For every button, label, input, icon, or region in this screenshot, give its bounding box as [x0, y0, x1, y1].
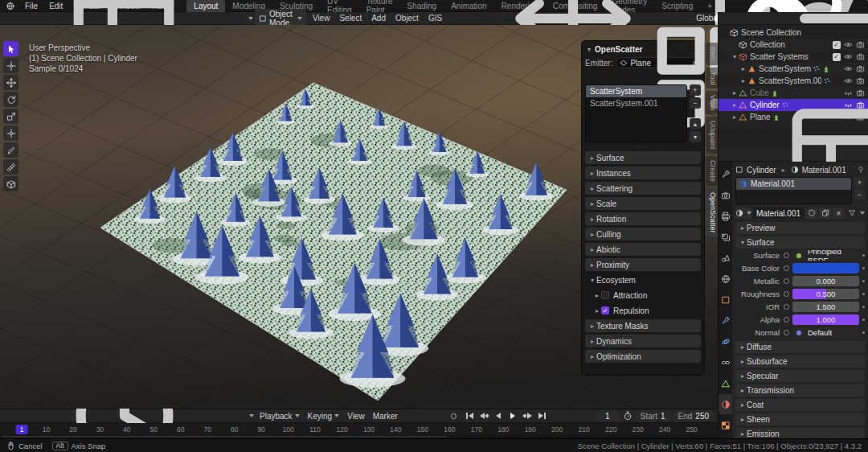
viewport-menu-gis[interactable]: GIS	[424, 14, 447, 23]
section-emission[interactable]: ▸Emission	[735, 428, 865, 438]
workspace-tab-shading[interactable]: Shading	[399, 0, 444, 12]
sidebar-tab-tool[interactable]: Tool	[706, 68, 718, 89]
unlink-material-button[interactable]: ×	[833, 208, 845, 219]
tool-measure[interactable]	[3, 159, 18, 175]
timeline-menu-marker[interactable]: Marker	[369, 412, 402, 421]
panel-resize-dots[interactable]: ···	[585, 142, 701, 150]
properties-tab-constraint[interactable]	[719, 352, 732, 372]
tool-move[interactable]	[3, 75, 18, 90]
tool-annotate[interactable]	[3, 142, 18, 158]
sidebar-tab-create[interactable]: Create	[706, 156, 718, 186]
remove-slot-button[interactable]: −	[854, 189, 865, 199]
base-color-color-swatch[interactable]	[792, 263, 859, 273]
decorator-dot[interactable]	[784, 304, 789, 310]
openscatter-section-instances[interactable]: ▸Instances	[585, 166, 701, 179]
include-checkbox[interactable]: ✓	[833, 41, 841, 49]
tool-rotate[interactable]	[3, 92, 18, 107]
section-specular[interactable]: ▸Specular	[735, 370, 865, 382]
alpha-slider[interactable]: 1.000	[792, 314, 859, 325]
outliner-row-scene-collection[interactable]: Scene Collection	[719, 27, 868, 39]
hide-toggle[interactable]	[843, 40, 854, 49]
move-system-down-button[interactable]: ▼	[690, 131, 701, 142]
next-keyframe-button[interactable]	[522, 411, 534, 421]
viewport-menu-view[interactable]: View	[308, 14, 335, 23]
openscatter-section-scale[interactable]: ▸Scale	[585, 197, 701, 210]
timeline-scrollbar[interactable]	[0, 435, 718, 438]
openscatter-section-attraction[interactable]: ▸Attraction	[585, 289, 701, 302]
play-reverse-button[interactable]	[493, 411, 505, 421]
openscatter-section-optimization[interactable]: ▸Optimization	[585, 350, 701, 363]
jump-end-button[interactable]	[536, 411, 548, 421]
breadcrumb-material[interactable]: Material.001	[802, 166, 846, 175]
viewport-canvas[interactable]: User Perspective (1) Scene Collection | …	[0, 25, 718, 409]
remove-system-button[interactable]: −	[690, 97, 701, 109]
fake-user-button[interactable]	[805, 208, 817, 219]
sidebar-tab-ucupaint[interactable]: Ucupaint	[706, 117, 718, 154]
properties-tab-object[interactable]	[719, 290, 732, 310]
decorator-dot[interactable]	[784, 291, 789, 297]
end-frame-field[interactable]: End 250	[674, 411, 714, 421]
outliner-row-scatter-systems[interactable]: ▾Scatter Systems✓	[719, 51, 868, 63]
sidebar-tab-openscatter[interactable]: OpenScatter	[706, 188, 718, 237]
hide-toggle[interactable]	[843, 52, 854, 61]
workspace-tab-uv-editing[interactable]: UV Editing	[320, 0, 359, 12]
surface-section[interactable]: ▾ Surface	[735, 236, 865, 249]
viewport-menu-add[interactable]: Add	[366, 14, 391, 23]
openscatter-section-culling[interactable]: ▸Culling	[585, 228, 701, 240]
scatter-system-scattersystem-001[interactable]: ScatterSystem.001	[586, 97, 686, 109]
section-diffuse[interactable]: ▸Diffuse	[735, 341, 865, 353]
material-slot-row[interactable]: Material.001	[736, 178, 851, 190]
section-subsurface[interactable]: ▸Subsurface	[735, 355, 865, 368]
sidebar-tab-view[interactable]: View	[706, 91, 718, 114]
tool-tweak-select[interactable]	[3, 41, 18, 56]
current-frame-field[interactable]: 1	[596, 411, 620, 421]
play-button[interactable]	[507, 411, 519, 421]
properties-tab-modifier[interactable]	[719, 310, 732, 331]
openscatter-section-ecosystem[interactable]: ▾Ecosystem	[585, 273, 701, 286]
render-visibility-toggle[interactable]	[855, 64, 866, 73]
openscatter-section-abiotic[interactable]: ▸Abiotic	[585, 243, 701, 256]
chevron-closed-icon[interactable]: ▸	[739, 65, 747, 72]
animate-dot[interactable]	[862, 254, 865, 257]
start-frame-field[interactable]: Start 1	[636, 411, 670, 421]
openscatter-section-rotation[interactable]: ▸Rotation	[585, 212, 701, 225]
properties-tab-texture[interactable]	[719, 415, 732, 435]
scatter-system-scattersystem[interactable]: ScatterSystem	[586, 85, 686, 97]
properties-tab-output[interactable]	[719, 206, 732, 226]
timeline-menu-playback[interactable]: Playback	[256, 412, 304, 421]
move-system-up-button[interactable]: ▲	[690, 118, 701, 129]
timeline-menu-view[interactable]: View	[343, 412, 369, 421]
timeline-ruler[interactable]: 1 10203040506070809010011012013014015016…	[0, 423, 718, 438]
hide-toggle[interactable]	[843, 64, 854, 73]
animate-dot[interactable]	[862, 267, 865, 269]
jump-start-button[interactable]	[464, 411, 476, 421]
section-sheen[interactable]: ▸Sheen	[735, 413, 865, 425]
prev-keyframe-button[interactable]	[478, 411, 490, 421]
render-visibility-toggle[interactable]	[855, 52, 866, 61]
properties-tab-world[interactable]	[719, 269, 732, 289]
attraction-checkbox[interactable]	[601, 291, 609, 299]
properties-tab-scene[interactable]	[719, 248, 732, 268]
animate-dot[interactable]	[862, 331, 865, 334]
stopwatch-icon[interactable]	[623, 411, 633, 421]
openscatter-section-scattering[interactable]: ▸Scattering	[585, 182, 701, 195]
openscatter-section-dynamics[interactable]: ▸Dynamics	[585, 335, 701, 347]
add-slot-button[interactable]: +	[854, 177, 865, 187]
decorator-dot[interactable]	[784, 317, 789, 323]
current-frame-badge[interactable]: 1	[15, 425, 27, 434]
properties-tab-material[interactable]	[719, 394, 732, 414]
duplicate-material-button[interactable]	[819, 208, 831, 219]
browse-material-button[interactable]	[735, 208, 751, 219]
roughness-slider[interactable]: 0.500	[792, 289, 859, 299]
workspace-tab-texture-paint[interactable]: Texture Paint	[359, 0, 400, 12]
animate-dot[interactable]	[862, 318, 865, 321]
animate-dot[interactable]	[862, 306, 865, 308]
viewport-menu-object[interactable]: Object	[391, 14, 424, 23]
openscatter-section-repulsion[interactable]: ▸✓Repulsion	[585, 304, 701, 317]
hide-toggle[interactable]	[843, 76, 854, 85]
normal-dropdown[interactable]: Default	[792, 327, 859, 338]
include-checkbox[interactable]: ✓	[833, 53, 841, 61]
decorator-dot[interactable]	[784, 253, 789, 258]
surface-dropdown[interactable]: Principled BSDF	[792, 250, 859, 261]
pin-icon[interactable]	[857, 166, 865, 174]
